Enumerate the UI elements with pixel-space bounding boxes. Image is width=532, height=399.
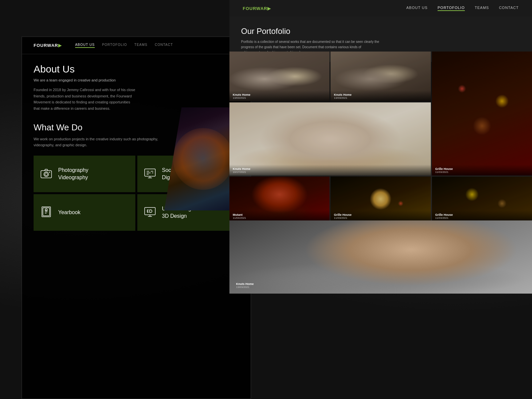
svg-point-3 — [49, 172, 50, 173]
grid-label-1: Knuts Home 13/03/2021 — [331, 90, 431, 101]
video-thumbnail — [229, 220, 532, 294]
grid-label-0: Knuts Home 13/03/2021 — [229, 90, 330, 101]
main-nav-links: ABOUT US PORTOFOLIO TEAMS CONTACT — [75, 43, 173, 48]
design-icon — [144, 206, 156, 219]
grid-item-8[interactable]: Grille House 11/03/2021 — [432, 177, 532, 221]
grid-item-2[interactable]: Grille House 11/03/2021 — [432, 52, 532, 176]
top-nav-links: ABOUT US PORTOFOLIO TEAMS CONTACT — [406, 6, 519, 11]
about-body: Founded in 2018 by Jemmy Cafirossi and w… — [34, 87, 137, 112]
grid-item-0[interactable]: Knuts Home 13/03/2021 — [229, 52, 330, 101]
whatwedo-body: We work on production projects in the cr… — [34, 136, 160, 148]
top-nav-about[interactable]: ABOUT US — [406, 6, 428, 11]
about-title: About Us — [34, 64, 239, 75]
service-yearbook[interactable]: Yearbook — [34, 194, 135, 231]
portfolio-title: Our Portofolio — [241, 27, 520, 36]
grid-item-6[interactable]: Mutant 11/04/2021 — [229, 177, 330, 221]
photography-title: Photography Videography — [58, 167, 88, 182]
service-photography[interactable]: Photography Videography — [34, 156, 135, 192]
yearbook-title: Yearbook — [58, 209, 80, 216]
portfolio-grid: Knuts Home 13/03/2021 Knuts Home 13/03/2… — [229, 52, 532, 221]
top-nav-contact[interactable]: CONTACT — [499, 6, 519, 11]
svg-rect-10 — [145, 207, 155, 215]
camera-icon — [40, 167, 52, 181]
grid-label-7: Grille House 11/03/2021 — [331, 210, 431, 221]
grid-label-8: Grille House 11/03/2021 — [432, 210, 532, 221]
top-navbar: FOURWAR▶ ABOUT US PORTOFOLIO TEAMS CONTA… — [229, 0, 532, 17]
book-icon — [40, 206, 52, 219]
top-logo: FOURWAR▶ — [243, 6, 271, 11]
main-nav-about[interactable]: ABOUT US — [75, 43, 95, 48]
main-logo: FOURWAR▶ — [34, 43, 62, 48]
main-nav-teams[interactable]: TEAMS — [134, 43, 147, 48]
video-label: Knuts Home 13/03/2021 — [236, 282, 254, 289]
main-nav-contact[interactable]: CONTACT — [155, 43, 173, 48]
video-panel[interactable]: ▶ Knuts Home 13/03/2021 — [229, 220, 532, 294]
top-nav-teams[interactable]: TEAMS — [475, 6, 489, 11]
main-navbar: FOURWAR▶ ABOUT US PORTOFOLIO TEAMS CONTA… — [22, 37, 251, 54]
svg-point-2 — [45, 173, 48, 176]
content-card: FOURWAR▶ ABOUT US PORTOFOLIO TEAMS CONTA… — [22, 37, 251, 399]
grid-image-2 — [432, 52, 532, 176]
svg-point-1 — [44, 172, 49, 177]
top-nav-portfolio[interactable]: PORTOFOLIO — [438, 6, 465, 11]
grid-item-7[interactable]: Grille House 11/03/2021 — [331, 177, 431, 221]
monitor-icon — [144, 167, 156, 181]
about-section: About Us We are a team engaged in creati… — [22, 54, 251, 112]
grid-label-3: Knuts Home 10/17/2021 — [229, 165, 431, 176]
grid-item-1[interactable]: Knuts Home 13/03/2021 — [331, 52, 431, 101]
about-subtitle: We are a team engaged in creative and pr… — [34, 78, 239, 82]
grid-item-3[interactable]: Knuts Home 10/17/2021 — [229, 102, 431, 176]
main-nav-portfolio[interactable]: PORTOFOLIO — [102, 43, 127, 48]
svg-rect-4 — [145, 169, 155, 176]
grid-label-2: Grille House 11/03/2021 — [432, 165, 532, 176]
grid-label-6: Mutant 11/04/2021 — [229, 210, 330, 221]
